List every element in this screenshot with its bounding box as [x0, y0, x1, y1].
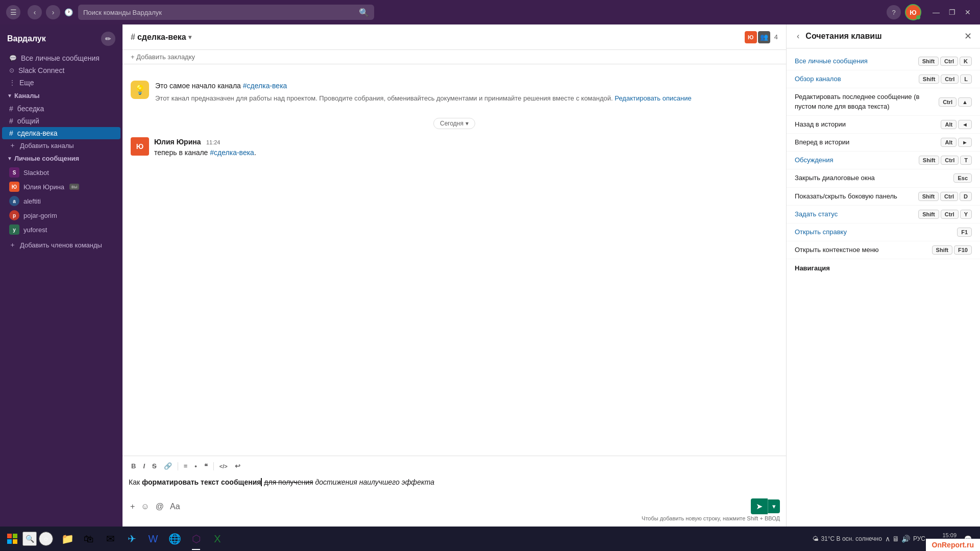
channel-name[interactable]: # сделка-века ▾ [131, 33, 191, 42]
date-divider: Сегодня ▾ [131, 118, 778, 129]
shortcut-label-sidebar: Показать/скрыть боковую панель [795, 192, 918, 201]
start-button[interactable] [4, 531, 20, 547]
shortcut-label-edit-last: Редактировать последнее сообщение (в пус… [795, 92, 939, 111]
branding-suffix: .ru [965, 541, 974, 549]
code-button[interactable]: </> [217, 461, 230, 471]
editor-content[interactable]: Как форматировать текст сообщения для по… [129, 475, 780, 495]
sidebar-item-more[interactable]: ⋮ Еще [2, 77, 120, 89]
channel-link[interactable]: #сделка-века [243, 82, 287, 90]
taskbar-app-mail[interactable]: ✉ [100, 528, 120, 550]
search-input[interactable] [83, 9, 355, 16]
bold-button[interactable]: B [129, 460, 138, 472]
key-y: Y [960, 210, 972, 219]
bookmark-bar[interactable]: + Добавить закладку [122, 50, 786, 64]
channel-hash: # [131, 33, 135, 42]
unordered-list-button[interactable]: • [192, 460, 200, 472]
shortcut-label-channels[interactable]: Обзор каналов [795, 74, 919, 84]
shortcut-label-all-dms[interactable]: Все личные сообщения [795, 57, 918, 66]
forward-button[interactable]: › [46, 5, 60, 19]
table-row: Ю Юлия Юрина 11:24 теперь в канале #сдел… [131, 135, 778, 160]
sidebar-channel-obshiy[interactable]: # общий [2, 115, 120, 127]
message-channel-link[interactable]: #сделка-века [210, 148, 254, 157]
windows-logo-icon [7, 534, 17, 544]
editor-area: B I S 🔗 ≡ • ❝ </> ↩ Как форматировать те… [122, 456, 786, 527]
send-button[interactable]: ➤ [751, 498, 768, 514]
shortcuts-back-button[interactable]: ‹ [795, 31, 801, 42]
dm-yulia[interactable]: Ю Юлия Юрина вы [2, 180, 120, 194]
add-attachment-button[interactable]: + [129, 500, 136, 513]
member-count[interactable]: 4 [774, 33, 778, 41]
key-alt: Alt [941, 138, 957, 147]
menu-button[interactable]: ☰ [6, 5, 20, 19]
user-avatar-button[interactable]: Ю [905, 4, 921, 20]
network-icon[interactable]: 🖥 [892, 535, 899, 543]
sidebar-item-all-dms[interactable]: 💬 Все личные сообщения [2, 52, 120, 64]
more-icon: ⋮ [9, 79, 15, 86]
mention-button[interactable]: @ [154, 500, 165, 513]
dm-section-header[interactable]: ▼ Личные сообщения [0, 152, 122, 165]
dm-pojar-gorim[interactable]: p pojar-gorim [2, 208, 120, 222]
shortcut-row-edit-last: Редактировать последнее сообщение (в пус… [787, 88, 980, 115]
key-f10: F10 [954, 245, 972, 255]
shortcut-label-help[interactable]: Открыть справку [795, 228, 957, 237]
edit-description-link[interactable]: Редактировать описание [615, 94, 691, 102]
taskbar-app-telegram[interactable]: ✈ [121, 528, 142, 550]
editor-bottom: + ☺ @ Аа ➤ ▾ [129, 498, 780, 514]
ordered-list-button[interactable]: ≡ [181, 460, 190, 472]
restore-button[interactable]: ❐ [946, 7, 959, 17]
sidebar-add-members[interactable]: ＋ Добавить членов команды [2, 239, 120, 251]
taskbar-app-excel[interactable]: X [207, 528, 228, 550]
link-button[interactable]: 🔗 [161, 460, 175, 472]
key-shift: Shift [919, 74, 939, 84]
history-button[interactable]: 🕐 [64, 8, 73, 16]
add-channel-icon: ＋ [9, 141, 16, 150]
key-shift: Shift [919, 156, 939, 165]
editor-hint-text: Чтобы добавить новую строку, нажмите Shi… [129, 514, 780, 522]
send-dropdown-button[interactable]: ▾ [768, 499, 780, 513]
format-button[interactable]: Аа [168, 500, 182, 513]
compose-button[interactable]: ✏ [101, 32, 115, 46]
taskbar-app-chrome[interactable]: 🌐 [164, 528, 185, 550]
taskbar-app-explorer[interactable]: 📁 [57, 528, 78, 550]
date-chevron-icon: ▾ [465, 120, 469, 127]
yulia-avatar: Ю [9, 182, 19, 192]
help-button[interactable]: ? [887, 5, 901, 19]
shortcut-label-forward: Вперед в истории [795, 138, 941, 147]
sidebar-channel-besedka[interactable]: # беседка [2, 103, 120, 115]
dm-yuforest[interactable]: y yuforest [2, 222, 120, 237]
blockquote-button[interactable]: ❝ [202, 460, 210, 472]
italic-button[interactable]: I [140, 460, 148, 472]
sidebar-channel-sdelka-veka[interactable]: # сделка-века [2, 127, 120, 139]
taskbar-app-store[interactable]: 🛍 [79, 528, 99, 550]
sidebar-add-channel[interactable]: ＋ Добавить каналы [2, 139, 120, 152]
shortcut-label-status[interactable]: Задать статус [795, 210, 918, 219]
taskbar-app-slack[interactable]: ⬡ [186, 528, 206, 550]
weather-icon: 🌤 [813, 535, 819, 542]
minimize-button[interactable]: — [929, 7, 943, 17]
search-bar[interactable]: 🔍 [78, 5, 374, 20]
dm-aleftiti[interactable]: a aleftiti [2, 194, 120, 208]
channels-section-header[interactable]: ▼ Каналы [0, 89, 122, 103]
emoji-button[interactable]: ☺ [139, 500, 151, 513]
member-avatars[interactable]: Ю 👥 [745, 31, 770, 43]
editor-actions-left: + ☺ @ Аа [129, 500, 182, 513]
strikethrough-button[interactable]: S [150, 460, 159, 472]
key-f1: F1 [957, 228, 972, 237]
speaker-icon[interactable]: 🔊 [901, 535, 910, 543]
undo-button[interactable]: ↩ [232, 460, 243, 472]
taskbar-app-word[interactable]: W [143, 528, 163, 550]
chat-messages[interactable]: 💡 Это самое начало канала #сделка-века Э… [122, 64, 786, 456]
taskbar-cortana-button[interactable]: ○ [39, 532, 53, 546]
header-right: Ю 👥 4 [745, 31, 778, 43]
sidebar-item-slack-connect[interactable]: ⊙ Slack Connect [2, 64, 120, 77]
shortcuts-close-button[interactable]: ✕ [964, 31, 972, 42]
close-button[interactable]: ✕ [962, 7, 974, 17]
taskbar-search-button[interactable]: 🔍 [22, 532, 37, 546]
taskbar-language[interactable]: РУС [913, 535, 925, 542]
dm-slackbot[interactable]: S Slackbot [2, 165, 120, 180]
chevron-up-icon[interactable]: ∧ [885, 535, 890, 543]
date-divider-button[interactable]: Сегодня ▾ [433, 118, 475, 129]
back-button[interactable]: ‹ [28, 5, 42, 19]
workspace-name[interactable]: Вардалук [7, 34, 46, 43]
shortcut-label-threads[interactable]: Обсуждения [795, 156, 919, 165]
